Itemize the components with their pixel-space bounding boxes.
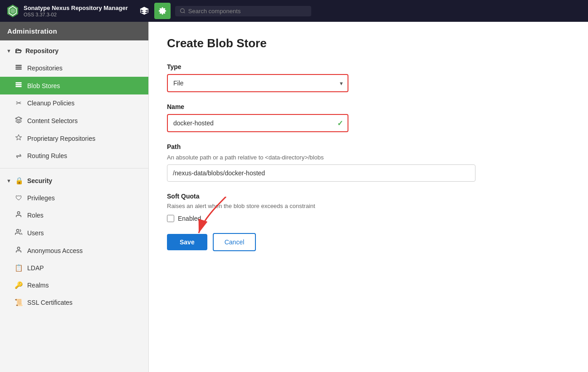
- repositories-icon: [15, 64, 23, 72]
- sidebar-item-users[interactable]: Users: [0, 224, 148, 242]
- path-input[interactable]: [167, 164, 475, 182]
- routing-rules-label: Routing Rules: [27, 152, 67, 159]
- svg-point-16: [17, 247, 20, 249]
- sidebar-item-blob-stores[interactable]: Blob Stores: [0, 77, 148, 94]
- navbar: Sonatype Nexus Repository Manager OSS 3.…: [0, 0, 588, 22]
- page-title: Create Blob Store: [167, 36, 570, 50]
- app-title: Sonatype Nexus Repository Manager: [24, 5, 128, 12]
- repository-folder-icon: 🗁: [15, 47, 22, 55]
- repository-group-label: Repository: [25, 47, 59, 55]
- soft-quota-section: Soft Quota Raises an alert when the blob…: [167, 193, 570, 222]
- repositories-label: Repositories: [27, 64, 63, 72]
- content-selectors-label: Content Selectors: [27, 117, 78, 124]
- enabled-label[interactable]: Enabled: [178, 215, 201, 222]
- users-icon: [15, 228, 23, 237]
- name-input[interactable]: [167, 114, 348, 132]
- svg-rect-11: [15, 82, 21, 84]
- sidebar-item-ldap[interactable]: 📋 LDAP: [0, 259, 148, 277]
- anonymous-access-icon: [15, 246, 23, 255]
- sidebar: Administration ▼ 🗁 Repository Repositori…: [0, 22, 149, 372]
- save-button[interactable]: Save: [167, 234, 207, 250]
- roles-icon: [15, 211, 23, 219]
- sidebar-item-anonymous-access[interactable]: Anonymous Access: [0, 242, 148, 259]
- logo-icon: [5, 4, 20, 18]
- gear-icon-btn[interactable]: [154, 3, 171, 19]
- svg-point-15: [16, 229, 19, 232]
- sidebar-item-roles[interactable]: Roles: [0, 206, 148, 224]
- type-select-wrapper: File S3 ▾: [167, 74, 348, 92]
- app-subtitle: OSS 3.37.3-02: [24, 12, 128, 17]
- sidebar-item-ssl-certificates[interactable]: 📜 SSL Certificates: [0, 294, 148, 311]
- box-icon: [140, 6, 149, 15]
- sidebar-item-cleanup-policies[interactable]: ✂ Cleanup Policies: [0, 94, 148, 112]
- name-section: Name ✓: [167, 103, 570, 132]
- proprietary-repos-icon: [15, 134, 23, 143]
- main-content: Create Blob Store Type File S3 ▾ Name ✓ …: [149, 22, 588, 372]
- input-check-icon: ✓: [337, 119, 343, 128]
- sidebar-section-security: ▼ 🔒 Security 🛡 Privileges Roles: [0, 170, 148, 313]
- blob-stores-icon: [15, 81, 23, 90]
- enabled-row: Enabled: [167, 215, 570, 222]
- sidebar-content: ▼ 🗁 Repository Repositories Blob Stores: [0, 40, 148, 372]
- blob-stores-label: Blob Stores: [27, 82, 60, 89]
- cleanup-policies-icon: ✂: [15, 99, 23, 107]
- proprietary-repos-label: Proprietary Repositories: [27, 135, 95, 142]
- svg-point-6: [180, 9, 184, 13]
- brand: Sonatype Nexus Repository Manager OSS 3.…: [5, 4, 128, 18]
- ssl-icon: 📜: [15, 298, 23, 307]
- app-body: Administration ▼ 🗁 Repository Repositori…: [0, 22, 588, 372]
- sidebar-item-realms[interactable]: 🔑 Realms: [0, 277, 148, 294]
- sidebar-group-repository[interactable]: ▼ 🗁 Repository: [0, 42, 148, 59]
- search-bar[interactable]: [175, 6, 311, 16]
- svg-rect-10: [15, 69, 21, 70]
- security-arrow: ▼: [6, 178, 11, 184]
- sidebar-item-proprietary-repos[interactable]: Proprietary Repositories: [0, 129, 148, 147]
- sidebar-item-repositories[interactable]: Repositories: [0, 59, 148, 77]
- svg-rect-9: [15, 67, 21, 68]
- soft-quota-sublabel: Raises an alert when the blob store exce…: [167, 203, 570, 209]
- sidebar-divider: [0, 168, 148, 169]
- enabled-checkbox[interactable]: [167, 215, 174, 222]
- sidebar-item-routing-rules[interactable]: ⇌ Routing Rules: [0, 147, 148, 164]
- sidebar-item-privileges[interactable]: 🛡 Privileges: [0, 189, 148, 206]
- users-label: Users: [27, 229, 44, 237]
- anonymous-access-label: Anonymous Access: [27, 247, 83, 254]
- path-label: Path: [167, 143, 570, 150]
- security-group-icon: 🔒: [15, 177, 24, 185]
- svg-rect-13: [15, 86, 21, 87]
- name-input-wrapper: ✓: [167, 114, 348, 132]
- search-input[interactable]: [188, 8, 307, 15]
- realms-label: Realms: [27, 282, 49, 289]
- search-icon: [180, 8, 186, 14]
- sidebar-item-content-selectors[interactable]: Content Selectors: [0, 112, 148, 129]
- svg-line-7: [184, 12, 185, 13]
- svg-point-14: [17, 212, 20, 214]
- repository-arrow: ▼: [6, 48, 11, 54]
- path-section: Path An absolute path or a path relative…: [167, 143, 570, 182]
- roles-label: Roles: [27, 212, 44, 219]
- sidebar-section-repository: ▼ 🗁 Repository Repositories Blob Stores: [0, 40, 148, 166]
- content-selectors-icon: [15, 116, 23, 125]
- type-section: Type File S3 ▾: [167, 63, 570, 92]
- privileges-icon: 🛡: [15, 194, 23, 202]
- btn-row: Save Cancel: [167, 233, 570, 251]
- security-group-label: Security: [27, 177, 52, 184]
- nav-icons: [136, 3, 171, 19]
- soft-quota-label: Soft Quota: [167, 193, 570, 200]
- svg-rect-12: [15, 84, 21, 85]
- button-area: Save Cancel: [167, 233, 570, 251]
- sidebar-group-security[interactable]: ▼ 🔒 Security: [0, 172, 148, 189]
- box-icon-btn[interactable]: [136, 3, 152, 19]
- name-label: Name: [167, 103, 570, 110]
- ssl-label: SSL Certificates: [27, 299, 73, 306]
- path-sublabel: An absolute path or a path relative to <…: [167, 154, 570, 161]
- ldap-label: LDAP: [27, 264, 44, 272]
- cancel-button[interactable]: Cancel: [213, 233, 256, 251]
- svg-rect-8: [15, 65, 21, 66]
- routing-rules-icon: ⇌: [15, 152, 23, 160]
- cleanup-policies-label: Cleanup Policies: [27, 99, 74, 107]
- type-select[interactable]: File S3: [167, 74, 348, 92]
- sidebar-header: Administration: [0, 22, 148, 40]
- type-label: Type: [167, 63, 570, 70]
- ldap-icon: 📋: [15, 264, 23, 272]
